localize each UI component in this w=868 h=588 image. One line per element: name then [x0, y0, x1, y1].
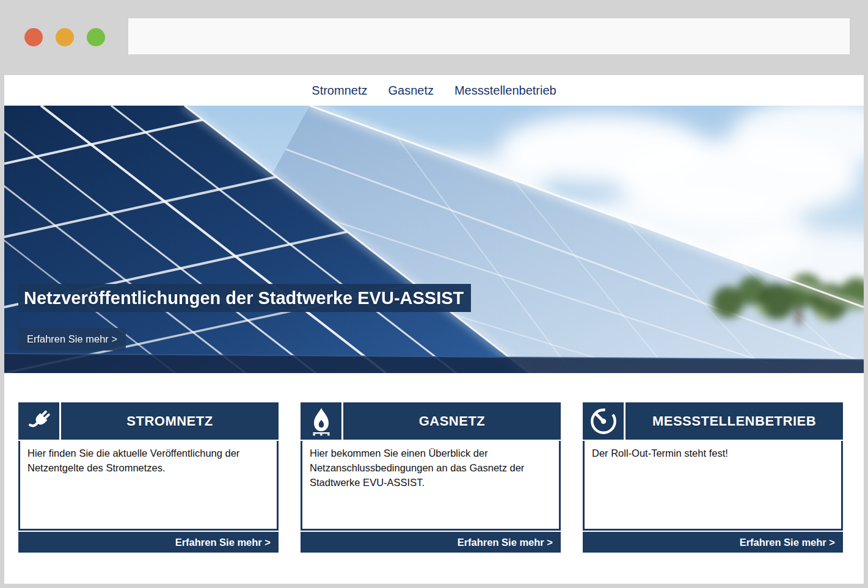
nav-link-stromnetz[interactable]: Stromnetz [312, 84, 367, 98]
window-controls [24, 28, 105, 46]
card-messstellenbetrieb-header: MESSSTELLENBETRIEB [583, 402, 843, 440]
card-stromnetz-body: Hier finden Sie die aktuelle Veröffentli… [18, 441, 279, 531]
card-stromnetz-learn-more-link[interactable]: Erfahren Sie mehr > [18, 532, 279, 553]
info-cards-row: STROMNETZ Hier finden Sie die aktuelle V… [18, 402, 843, 553]
card-stromnetz-header: STROMNETZ [18, 402, 279, 440]
hero-title: Netzveröffentlichungen der Stadtwerke EV… [18, 284, 471, 312]
flame-icon [301, 402, 343, 440]
maximize-window-button[interactable] [87, 28, 105, 46]
hero-section: Netzveröffentlichungen der Stadtwerke EV… [4, 106, 864, 373]
card-gasnetz-header: GASNETZ [301, 402, 561, 440]
nav-link-gasnetz[interactable]: Gasnetz [388, 84, 433, 98]
plug-icon [18, 402, 61, 440]
close-window-button[interactable] [24, 28, 43, 46]
card-messstellenbetrieb-body: Der Roll-Out-Termin steht fest! [583, 441, 843, 531]
hero-learn-more-button[interactable]: Erfahren Sie mehr > [18, 328, 126, 350]
gauge-icon [583, 402, 625, 440]
card-gasnetz-learn-more-link[interactable]: Erfahren Sie mehr > [301, 532, 561, 553]
card-gasnetz-body: Hier bekommen Sie einen Überblick der Ne… [301, 441, 561, 531]
card-stromnetz-title: STROMNETZ [61, 402, 279, 440]
card-stromnetz: STROMNETZ Hier finden Sie die aktuelle V… [18, 402, 279, 553]
card-gasnetz: GASNETZ Hier bekommen Sie einen Überblic… [301, 402, 561, 553]
solar-panel-hero-image [4, 106, 864, 373]
nav-link-messstellenbetrieb[interactable]: Messstellenbetrieb [454, 84, 556, 98]
card-messstellenbetrieb-title: MESSSTELLENBETRIEB [625, 402, 843, 440]
top-navbar: Stromnetz Gasnetz Messstellenbetrieb [4, 75, 864, 106]
webpage: Stromnetz Gasnetz Messstellenbetrieb [4, 75, 864, 584]
minimize-window-button[interactable] [56, 28, 74, 46]
card-gasnetz-title: GASNETZ [343, 402, 561, 440]
url-bar-input[interactable] [128, 18, 850, 54]
card-messstellenbetrieb: MESSSTELLENBETRIEB Der Roll-Out-Termin s… [583, 402, 843, 553]
card-messstellenbetrieb-learn-more-link[interactable]: Erfahren Sie mehr > [583, 532, 843, 553]
